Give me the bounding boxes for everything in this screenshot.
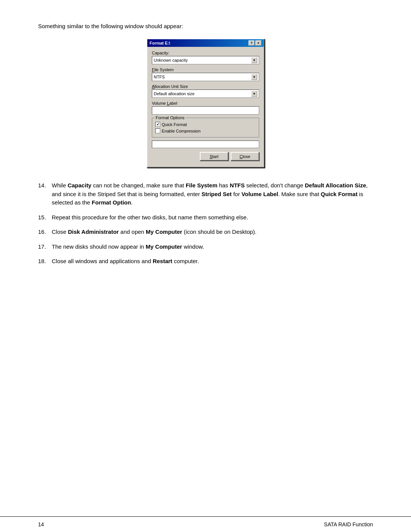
enable-compression-label: Enable Compression [162, 129, 201, 133]
dialog-buttons: Start Close [152, 152, 259, 163]
dialog-titlebar: Format E:\ ? × [147, 39, 264, 47]
filesystem-label-text: File System [152, 67, 174, 72]
dialog-title: Format E:\ [150, 41, 170, 45]
quick-format-checkbox[interactable]: ✔ [155, 122, 160, 127]
allocation-value: Default allocation size [154, 91, 194, 96]
close-button[interactable]: Close [231, 152, 259, 161]
section-title: SATA RAID Function [324, 521, 373, 527]
volume-label-text: Volume Label [152, 101, 259, 105]
volume-label-input[interactable] [152, 106, 259, 115]
step-text: The new disks should now appear in My Co… [52, 243, 373, 251]
close-button-label: Close [239, 154, 250, 159]
help-button[interactable]: ? [249, 40, 255, 46]
step-number: 17. [38, 243, 52, 251]
format-dialog: Format E:\ ? × Capacity: Unknown capacit… [147, 38, 264, 168]
allocation-label-text: Allocation Unit Size [152, 84, 188, 89]
list-item: 15. Repeat this procedure for the other … [38, 213, 373, 222]
start-button-label: Start [210, 154, 218, 159]
list-item: 18. Close all windows and applications a… [38, 257, 373, 266]
capacity-select[interactable]: Unknown capacity ▼ [152, 56, 259, 64]
quick-format-row: ✔ Quick Format [155, 122, 256, 127]
format-options-legend: Format Options [155, 115, 186, 120]
filesystem-value: NTFS [154, 75, 165, 79]
dialog-container: Format E:\ ? × Capacity: Unknown capacit… [38, 38, 373, 168]
format-options-group: Format Options ✔ Quick Format Enable Com… [152, 118, 259, 137]
quick-format-label: Quick Format [162, 122, 187, 127]
allocation-label: Allocation Unit Size [152, 84, 259, 89]
allocation-dropdown-arrow[interactable]: ▼ [251, 91, 257, 97]
step-text: Close all windows and applications and R… [52, 257, 373, 266]
step-number: 14. [38, 181, 52, 207]
list-item: 14. While Capacity can not be changed, m… [38, 181, 373, 207]
capacity-value: Unknown capacity [154, 58, 188, 62]
titlebar-buttons: ? × [249, 40, 261, 46]
page-number: 14 [38, 521, 44, 527]
filesystem-dropdown-arrow[interactable]: ▼ [251, 74, 257, 80]
step-text: While Capacity can not be changed, make … [52, 181, 373, 207]
dialog-body: Capacity: Unknown capacity ▼ File System… [147, 47, 264, 167]
step-number: 16. [38, 228, 52, 236]
allocation-group: Allocation Unit Size Default allocation … [152, 84, 259, 98]
close-title-button[interactable]: × [255, 40, 261, 46]
intro-text: Something similar to the following windo… [38, 23, 373, 29]
page-footer: 14 SATA RAID Function [0, 516, 411, 532]
progress-bar [152, 141, 259, 148]
step-text: Close Disk Administrator and open My Com… [52, 228, 373, 236]
step-number: 18. [38, 257, 52, 266]
start-button[interactable]: Start [200, 152, 228, 161]
enable-compression-checkbox[interactable] [155, 128, 160, 133]
allocation-select[interactable]: Default allocation size ▼ [152, 89, 259, 98]
steps-list: 14. While Capacity can not be changed, m… [38, 181, 373, 266]
capacity-group: Capacity: Unknown capacity ▼ [152, 51, 259, 64]
capacity-label: Capacity: [152, 51, 259, 55]
filesystem-select[interactable]: NTFS ▼ [152, 73, 259, 81]
volume-group: Volume Label [152, 101, 259, 115]
step-number: 15. [38, 213, 52, 222]
filesystem-group: File System NTFS ▼ [152, 67, 259, 81]
enable-compression-row: Enable Compression [155, 128, 256, 133]
list-item: 17. The new disks should now appear in M… [38, 243, 373, 251]
filesystem-label: File System [152, 67, 259, 72]
list-item: 16. Close Disk Administrator and open My… [38, 228, 373, 236]
capacity-dropdown-arrow[interactable]: ▼ [251, 57, 257, 63]
step-text: Repeat this procedure for the other two … [52, 213, 373, 222]
